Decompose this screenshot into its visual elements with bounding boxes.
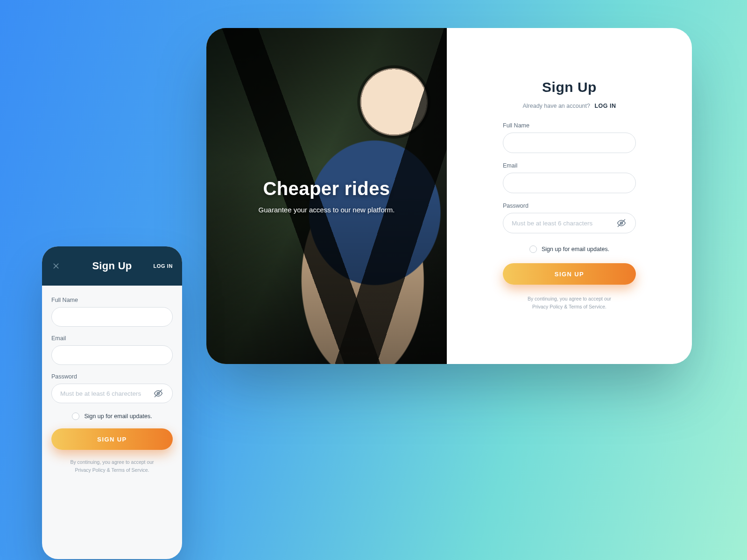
- legal-text: By continuing, you agree to accept our P…: [528, 295, 611, 311]
- toggle-password-visibility-icon[interactable]: [616, 217, 627, 229]
- already-have-account: Already have an account? LOG IN: [522, 103, 616, 109]
- mobile-password-label: Password: [51, 373, 173, 380]
- mobile-email-optin-radio[interactable]: [72, 413, 79, 420]
- mobile-email-label: Email: [51, 335, 173, 342]
- mobile-email-optin-label: Sign up for email updates.: [84, 413, 152, 420]
- hero-panel: Cheaper rides Guarantee your access to o…: [206, 28, 447, 364]
- full-name-input-wrap[interactable]: [503, 133, 636, 153]
- mobile-full-name-input[interactable]: [60, 314, 164, 321]
- email-label: Email: [503, 162, 636, 169]
- mobile-field-password: Password: [51, 373, 173, 403]
- mobile-email-optin-row: Sign up for email updates.: [51, 413, 173, 420]
- login-link[interactable]: LOG IN: [594, 103, 616, 109]
- mobile-password-input-wrap[interactable]: [51, 384, 173, 403]
- signup-fields: Full Name Email Password: [503, 122, 636, 243]
- email-optin-row: Sign up for email updates.: [529, 245, 609, 253]
- mobile-password-input[interactable]: [60, 390, 153, 397]
- mobile-signup-card: Sign Up LOG IN Full Name Email Password: [42, 246, 182, 559]
- mobile-toggle-password-visibility-icon[interactable]: [153, 388, 164, 399]
- mobile-legal-line-2: Privacy Policy & Terms of Service.: [75, 467, 149, 473]
- field-password: Password: [503, 203, 636, 233]
- mobile-header: Sign Up LOG IN: [42, 246, 182, 286]
- password-label: Password: [503, 203, 636, 209]
- already-prompt: Already have an account?: [522, 103, 590, 109]
- signup-button[interactable]: SIGN UP: [503, 263, 636, 285]
- mobile-email-input[interactable]: [60, 352, 164, 359]
- mobile-legal-text: By continuing, you agree to accept our P…: [70, 458, 154, 474]
- field-email: Email: [503, 162, 636, 193]
- email-input[interactable]: [512, 180, 627, 187]
- hero-subtitle: Guarantee your access to our new platfor…: [259, 206, 395, 214]
- mobile-signup-button[interactable]: SIGN UP: [51, 428, 173, 450]
- field-full-name: Full Name: [503, 122, 636, 153]
- mobile-field-email: Email: [51, 335, 173, 365]
- close-icon[interactable]: [51, 261, 61, 271]
- mobile-legal-line-1: By continuing, you agree to accept our: [70, 459, 154, 465]
- mobile-email-input-wrap[interactable]: [51, 345, 173, 365]
- mobile-field-full-name: Full Name: [51, 297, 173, 327]
- legal-line-2: Privacy Policy & Terms of Service.: [532, 304, 606, 309]
- email-optin-radio[interactable]: [529, 245, 537, 253]
- email-input-wrap[interactable]: [503, 173, 636, 193]
- mobile-full-name-label: Full Name: [51, 297, 173, 303]
- hero-title: Cheaper rides: [263, 178, 390, 199]
- signup-form-panel: Sign Up Already have an account? LOG IN …: [447, 28, 692, 364]
- mobile-title: Sign Up: [92, 260, 132, 272]
- full-name-label: Full Name: [503, 122, 636, 129]
- form-title: Sign Up: [542, 79, 597, 95]
- mobile-login-link[interactable]: LOG IN: [154, 263, 173, 269]
- email-optin-label: Sign up for email updates.: [542, 246, 609, 252]
- password-input-wrap[interactable]: [503, 213, 636, 233]
- legal-line-1: By continuing, you agree to accept our: [528, 296, 611, 301]
- desktop-signup-card: Cheaper rides Guarantee your access to o…: [206, 28, 692, 364]
- mobile-form-body: Full Name Email Password: [42, 286, 182, 559]
- mobile-full-name-input-wrap[interactable]: [51, 307, 173, 327]
- full-name-input[interactable]: [512, 140, 627, 147]
- password-input[interactable]: [512, 220, 616, 227]
